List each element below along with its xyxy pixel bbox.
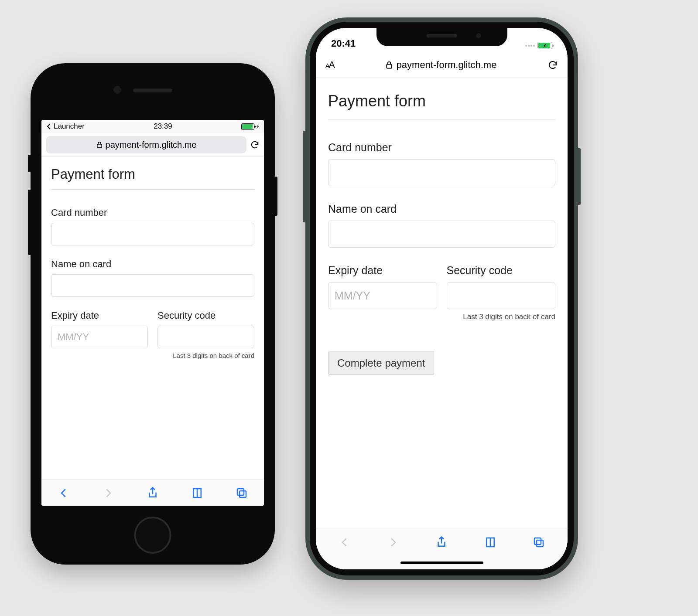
expiry-date-label: Expiry date — [51, 310, 148, 321]
back-app-label: Launcher — [54, 122, 85, 131]
status-bar: Launcher 23:39 ⚡︎ — [41, 120, 264, 133]
name-on-card-group: Name on card — [328, 203, 555, 248]
card-number-group: Card number — [51, 207, 254, 245]
forward-icon — [102, 487, 115, 500]
front-camera — [113, 86, 121, 94]
lock-icon — [385, 61, 393, 69]
url-field[interactable]: payment-form.glitch.me — [46, 136, 246, 153]
chevron-left-icon — [46, 123, 52, 129]
card-number-input[interactable] — [328, 159, 555, 186]
svg-rect-1 — [237, 489, 244, 495]
charging-bolt-icon: ⚡︎ — [256, 123, 260, 130]
svg-rect-0 — [97, 144, 101, 148]
name-on-card-group: Name on card — [51, 259, 254, 297]
card-number-group: Card number — [328, 141, 555, 186]
security-code-hint: Last 3 digits on back of card — [328, 313, 555, 321]
home-indicator-area — [316, 556, 568, 569]
security-code-label: Security code — [447, 264, 556, 277]
safari-toolbar — [41, 480, 264, 506]
card-number-input[interactable] — [51, 223, 254, 245]
share-icon[interactable] — [146, 487, 159, 500]
status-time: 23:39 — [154, 122, 172, 131]
earpiece-speaker — [133, 88, 172, 92]
page-title: Payment form — [51, 167, 254, 190]
name-on-card-input[interactable] — [328, 221, 555, 248]
security-code-input[interactable] — [447, 282, 556, 309]
screen: 20:41 ⚡︎ AA payment- — [316, 28, 568, 569]
signal-dots-icon — [525, 45, 535, 47]
security-code-hint: Last 3 digits on back of card — [51, 352, 254, 359]
page-title: Payment form — [328, 92, 555, 119]
svg-rect-2 — [240, 491, 246, 497]
expiry-security-row: Expiry date Security code Last 3 digits … — [328, 264, 555, 321]
back-icon — [338, 536, 351, 549]
refresh-icon[interactable] — [547, 60, 558, 70]
svg-rect-3 — [387, 64, 392, 68]
charging-bolt-icon: ⚡︎ — [543, 43, 547, 48]
text-size-button[interactable]: AA — [325, 59, 334, 71]
name-on-card-label: Name on card — [328, 203, 555, 215]
svg-rect-5 — [537, 540, 543, 547]
name-on-card-label: Name on card — [51, 259, 254, 270]
forward-icon — [387, 536, 400, 549]
iphone-se-device: Launcher 23:39 ⚡︎ payment-form.glitch.me… — [31, 63, 275, 565]
page-content: Payment form Card number Name on card Ex… — [316, 78, 568, 528]
battery-icon: ⚡︎ — [537, 42, 552, 49]
earpiece-speaker — [427, 34, 457, 37]
security-code-input[interactable] — [157, 326, 254, 348]
screen: Launcher 23:39 ⚡︎ payment-form.glitch.me… — [41, 120, 264, 506]
battery-indicator: ⚡︎ — [241, 123, 260, 130]
share-icon[interactable] — [435, 536, 448, 549]
display-notch — [376, 28, 507, 46]
home-button[interactable] — [134, 517, 171, 554]
svg-rect-4 — [534, 538, 541, 545]
url-text: payment-form.glitch.me — [106, 140, 197, 150]
back-to-app[interactable]: Launcher — [46, 122, 85, 131]
url-field[interactable]: payment-form.glitch.me — [340, 59, 541, 71]
name-on-card-input[interactable] — [51, 274, 254, 297]
bookmarks-icon[interactable] — [484, 536, 497, 549]
bookmarks-icon[interactable] — [191, 487, 204, 500]
tabs-icon[interactable] — [532, 536, 545, 549]
safari-url-bar: payment-form.glitch.me — [41, 133, 264, 157]
front-camera — [476, 33, 481, 38]
page-content: Payment form Card number Name on card Ex… — [41, 157, 264, 480]
safari-url-bar: AA payment-form.glitch.me — [316, 52, 568, 78]
expiry-date-input[interactable] — [51, 326, 148, 348]
card-number-label: Card number — [51, 207, 254, 218]
status-time: 20:41 — [331, 38, 356, 49]
safari-toolbar — [316, 528, 568, 556]
home-indicator[interactable] — [400, 562, 483, 564]
refresh-icon[interactable] — [250, 140, 260, 150]
lock-icon — [96, 141, 103, 148]
expiry-security-row: Expiry date Security code Last 3 digits … — [51, 310, 254, 359]
card-number-label: Card number — [328, 141, 555, 154]
expiry-date-label: Expiry date — [328, 264, 437, 277]
complete-payment-button[interactable]: Complete payment — [328, 351, 434, 375]
sleep-button — [275, 177, 277, 216]
device-bezel: 20:41 ⚡︎ AA payment- — [310, 22, 574, 575]
iphone-x-device: 20:41 ⚡︎ AA payment- — [305, 17, 578, 580]
url-text: payment-form.glitch.me — [397, 59, 497, 71]
battery-icon — [241, 123, 254, 130]
tabs-icon[interactable] — [235, 487, 248, 500]
back-icon[interactable] — [57, 487, 70, 500]
security-code-label: Security code — [157, 310, 254, 321]
expiry-date-input[interactable] — [328, 282, 437, 309]
